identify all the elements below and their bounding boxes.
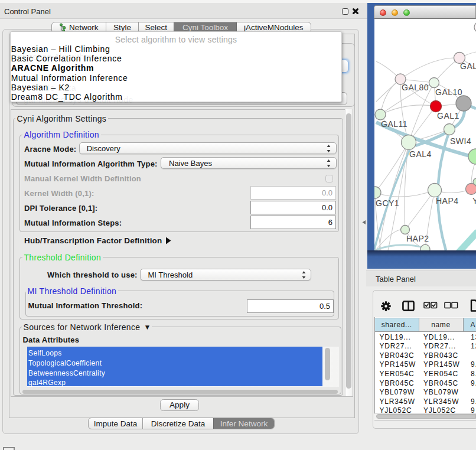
svg-text:SWI4: SWI4 xyxy=(450,136,471,146)
svg-text:Y: Y xyxy=(472,196,476,206)
svg-text:HAP2: HAP2 xyxy=(406,234,429,243)
svg-text:GCY1: GCY1 xyxy=(376,198,399,208)
svg-text:GAL4: GAL4 xyxy=(409,149,432,159)
svg-text:GAL10: GAL10 xyxy=(435,87,462,97)
svg-text:GAL80: GAL80 xyxy=(402,83,429,92)
svg-text:GAL1: GAL1 xyxy=(437,111,459,120)
svg-text:GAL11: GAL11 xyxy=(381,119,407,129)
svg-text:HAP4: HAP4 xyxy=(436,196,459,206)
svg-text:GAL2: GAL2 xyxy=(460,61,476,71)
